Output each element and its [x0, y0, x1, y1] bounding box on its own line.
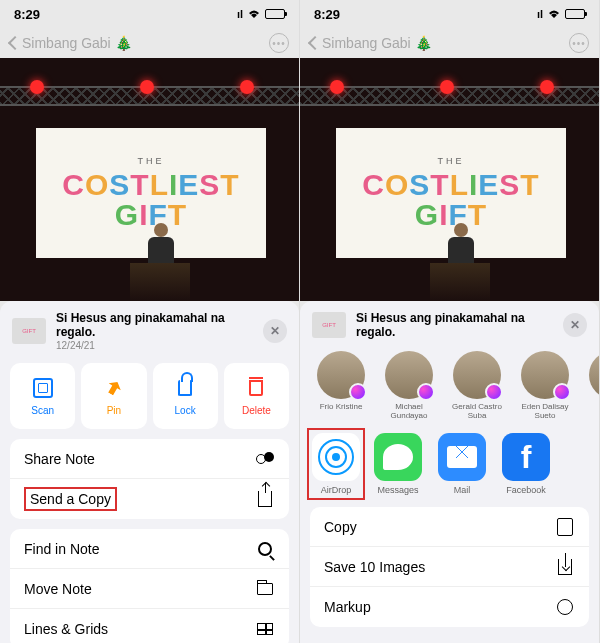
note-thumb: GIFT	[12, 318, 46, 344]
lock-icon	[174, 377, 196, 399]
move-note-row[interactable]: Move Note	[10, 569, 289, 609]
more-icon[interactable]: •••	[569, 33, 589, 53]
contact-name: Eden Dalisay Sueto	[516, 403, 574, 421]
messenger-badge-icon	[417, 383, 435, 401]
airdrop-app[interactable]: AirDrop	[310, 431, 362, 497]
lock-tile[interactable]: Lock	[153, 363, 218, 429]
pin-icon	[103, 377, 125, 399]
sheet-title: Si Hesus ang pinakamahal na regalo.	[356, 311, 553, 339]
find-in-note-row[interactable]: Find in Note	[10, 529, 289, 569]
app-label: Facebook	[506, 485, 546, 495]
avatar	[589, 351, 599, 399]
pin-tile[interactable]: Pin	[81, 363, 146, 429]
avatar	[385, 351, 433, 399]
share-contact[interactable]: Michael Gundayao	[380, 351, 438, 421]
tile-label: Pin	[107, 405, 121, 416]
avatar	[317, 351, 365, 399]
signal-icon: ıl	[537, 8, 543, 20]
delete-tile[interactable]: Delete	[224, 363, 289, 429]
mail-icon	[447, 446, 477, 468]
row-label: Save 10 Images	[324, 559, 425, 575]
contact-name: Michael Gundayao	[380, 403, 438, 421]
row-label: Lines & Grids	[24, 621, 108, 637]
close-icon[interactable]: ✕	[563, 313, 587, 337]
send-a-copy-row[interactable]: Send a Copy	[10, 479, 289, 519]
share-contact[interactable]: Gerald Castro Suba	[448, 351, 506, 421]
row-label: Move Note	[24, 581, 92, 597]
lines-&-grids-row[interactable]: Lines & Grids	[10, 609, 289, 643]
battery-icon	[265, 9, 285, 19]
messenger-badge-icon	[553, 383, 571, 401]
status-time: 8:29	[14, 7, 40, 22]
copy-icon	[555, 517, 575, 537]
right-screenshot: 8:29 ıl Simbang Gabi 🎄 ••• THE COSTLIEST…	[300, 0, 600, 643]
app-label: Messages	[377, 485, 418, 495]
app-label: AirDrop	[321, 485, 352, 495]
facebook-icon: f	[521, 439, 532, 476]
tile-label: Delete	[242, 405, 271, 416]
row-label: Copy	[324, 519, 357, 535]
share-contact[interactable]: Ale	[584, 351, 599, 421]
share-contact[interactable]: Frio Kristine	[312, 351, 370, 421]
status-bar: 8:29 ıl	[0, 0, 299, 28]
left-screenshot: 8:29 ıl Simbang Gabi 🎄 ••• THE COSTLIEST…	[0, 0, 300, 643]
row-label: Markup	[324, 599, 371, 615]
more-icon[interactable]: •••	[269, 33, 289, 53]
row-label: Send a Copy	[24, 487, 117, 511]
battery-icon	[565, 9, 585, 19]
wifi-icon	[247, 8, 261, 20]
note-photo: THE COSTLIEST GIFT	[0, 58, 299, 301]
search-icon	[255, 539, 275, 559]
messenger-badge-icon	[349, 383, 367, 401]
mail-app[interactable]: Mail	[436, 433, 488, 495]
sheet-date: 12/24/21	[56, 340, 253, 351]
airdrop-icon	[318, 439, 354, 475]
scan-icon	[32, 377, 54, 399]
scan-tile[interactable]: Scan	[10, 363, 75, 429]
close-icon[interactable]: ✕	[263, 319, 287, 343]
trash-icon	[245, 377, 267, 399]
contact-name: Gerald Castro Suba	[448, 403, 506, 421]
chevron-back-icon	[8, 36, 22, 50]
save-10-images-row[interactable]: Save 10 Images	[310, 547, 589, 587]
collab-icon	[255, 449, 275, 469]
sheet-title: Si Hesus ang pinakamahal na regalo.	[56, 311, 253, 339]
share-up-icon	[255, 489, 275, 509]
grid-icon	[255, 619, 275, 639]
share-note-row[interactable]: Share Note	[10, 439, 289, 479]
photo-word-1: COSTLIEST	[62, 170, 239, 200]
folder-icon	[255, 579, 275, 599]
notes-header: Simbang Gabi 🎄 •••	[0, 28, 299, 58]
wifi-icon	[547, 8, 561, 20]
back-label: Simbang Gabi 🎄	[322, 35, 432, 51]
avatar	[521, 351, 569, 399]
action-sheet: GIFT Si Hesus ang pinakamahal na regalo.…	[0, 301, 299, 643]
markup-row[interactable]: Markup	[310, 587, 589, 627]
back-button[interactable]: Simbang Gabi 🎄	[310, 35, 432, 51]
facebook-app[interactable]: fFacebook	[500, 433, 552, 495]
app-label: Mail	[454, 485, 471, 495]
back-button[interactable]: Simbang Gabi 🎄	[10, 35, 132, 51]
row-label: Find in Note	[24, 541, 99, 557]
share-sheet: GIFT Si Hesus ang pinakamahal na regalo.…	[300, 301, 599, 643]
notes-header: Simbang Gabi 🎄 •••	[300, 28, 599, 58]
messenger-badge-icon	[485, 383, 503, 401]
markup-icon	[555, 597, 575, 617]
status-time: 8:29	[314, 7, 340, 22]
tile-label: Lock	[175, 405, 196, 416]
messages-app[interactable]: Messages	[372, 433, 424, 495]
tile-label: Scan	[31, 405, 54, 416]
copy-row[interactable]: Copy	[310, 507, 589, 547]
signal-icon: ıl	[237, 8, 243, 20]
save-down-icon	[555, 557, 575, 577]
messages-icon	[383, 444, 413, 470]
note-thumb: GIFT	[312, 312, 346, 338]
contact-name: Frio Kristine	[320, 403, 363, 421]
status-bar: 8:29 ıl	[300, 0, 599, 28]
share-contact[interactable]: Eden Dalisay Sueto	[516, 351, 574, 421]
back-label: Simbang Gabi 🎄	[22, 35, 132, 51]
note-photo: THE COSTLIEST GIFT	[300, 58, 599, 301]
avatar	[453, 351, 501, 399]
row-label: Share Note	[24, 451, 95, 467]
chevron-back-icon	[308, 36, 322, 50]
